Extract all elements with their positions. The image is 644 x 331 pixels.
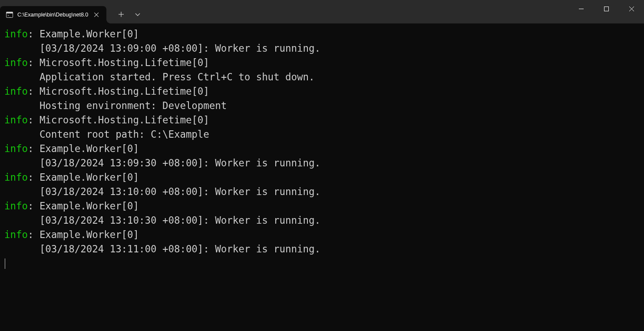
titlebar: >_ C:\Example\bin\Debug\net8.0 [0, 0, 644, 23]
log-message-line: [03/18/2024 13:09:00 +08:00]: Worker is … [4, 41, 640, 56]
log-header-line: info: Example.Worker[0] [4, 170, 640, 185]
log-separator: : [28, 57, 40, 68]
log-level: info [4, 143, 28, 154]
log-header-line: info: Example.Worker[0] [4, 27, 640, 41]
log-message: [03/18/2024 13:10:00 +08:00]: Worker is … [4, 186, 320, 197]
log-message: [03/18/2024 13:10:30 +08:00]: Worker is … [4, 215, 320, 226]
log-level: info [4, 229, 28, 240]
log-source: Example.Worker[0] [40, 200, 139, 212]
tab-dropdown-button[interactable] [130, 7, 145, 22]
log-header-line: info: Microsoft.Hosting.Lifetime[0] [4, 56, 640, 70]
close-icon [94, 13, 99, 17]
new-tab-button[interactable] [113, 7, 129, 22]
log-level: info [4, 86, 28, 97]
log-source: Microsoft.Hosting.Lifetime[0] [40, 114, 209, 126]
log-message-line: [03/18/2024 13:10:30 +08:00]: Worker is … [4, 213, 640, 228]
log-message: [03/18/2024 13:09:30 +08:00]: Worker is … [4, 157, 320, 169]
text-cursor [5, 258, 5, 269]
minimize-icon [579, 7, 584, 11]
cursor-line [4, 256, 640, 271]
log-header-line: info: Microsoft.Hosting.Lifetime[0] [4, 84, 640, 99]
tab-close-button[interactable] [92, 10, 101, 20]
log-source: Microsoft.Hosting.Lifetime[0] [40, 57, 209, 68]
log-separator: : [28, 28, 40, 40]
minimize-button[interactable] [568, 0, 594, 17]
log-message: Application started. Press Ctrl+C to shu… [4, 71, 314, 83]
window-controls [568, 0, 644, 17]
close-icon [629, 7, 634, 11]
log-source: Example.Worker[0] [40, 28, 139, 40]
maximize-icon [604, 7, 609, 11]
log-level: info [4, 172, 28, 183]
log-message-line: [03/18/2024 13:11:00 +08:00]: Worker is … [4, 242, 640, 256]
log-separator: : [28, 172, 40, 183]
terminal-output[interactable]: info: Example.Worker[0] [03/18/2024 13:0… [0, 23, 644, 331]
tab-title: C:\Example\bin\Debug\net8.0 [17, 12, 88, 18]
terminal-icon: >_ [6, 11, 13, 18]
window-close-button[interactable] [619, 0, 644, 17]
log-source: Example.Worker[0] [40, 143, 139, 154]
log-message-line: [03/18/2024 13:09:30 +08:00]: Worker is … [4, 156, 640, 170]
log-message: [03/18/2024 13:09:00 +08:00]: Worker is … [4, 43, 320, 54]
log-level: info [4, 114, 28, 126]
chevron-down-icon [135, 12, 140, 17]
svg-rect-1 [7, 12, 13, 14]
log-source: Example.Worker[0] [40, 172, 139, 183]
maximize-button[interactable] [594, 0, 619, 17]
log-separator: : [28, 200, 40, 212]
log-source: Microsoft.Hosting.Lifetime[0] [40, 86, 209, 97]
log-header-line: info: Example.Worker[0] [4, 142, 640, 156]
log-message-line: [03/18/2024 13:10:00 +08:00]: Worker is … [4, 185, 640, 199]
tab-active[interactable]: >_ C:\Example\bin\Debug\net8.0 [0, 6, 106, 23]
log-separator: : [28, 86, 40, 97]
log-message-line: Content root path: C:\Example [4, 127, 640, 142]
log-message-line: Hosting environment: Development [4, 99, 640, 113]
log-separator: : [28, 143, 40, 154]
svg-text:>_: >_ [7, 14, 11, 17]
log-level: info [4, 57, 28, 68]
tabs-area: >_ C:\Example\bin\Debug\net8.0 [0, 0, 568, 23]
log-message: Hosting environment: Development [4, 100, 227, 111]
plus-icon [119, 12, 124, 17]
log-level: info [4, 28, 28, 40]
log-message-line: Application started. Press Ctrl+C to shu… [4, 70, 640, 84]
log-separator: : [28, 114, 40, 126]
log-header-line: info: Microsoft.Hosting.Lifetime[0] [4, 113, 640, 127]
log-message: [03/18/2024 13:11:00 +08:00]: Worker is … [4, 243, 320, 255]
log-level: info [4, 200, 28, 212]
log-separator: : [28, 229, 40, 240]
log-source: Example.Worker[0] [40, 229, 139, 240]
log-header-line: info: Example.Worker[0] [4, 199, 640, 213]
svg-rect-8 [604, 7, 608, 11]
log-message: Content root path: C:\Example [4, 129, 209, 140]
log-header-line: info: Example.Worker[0] [4, 228, 640, 242]
